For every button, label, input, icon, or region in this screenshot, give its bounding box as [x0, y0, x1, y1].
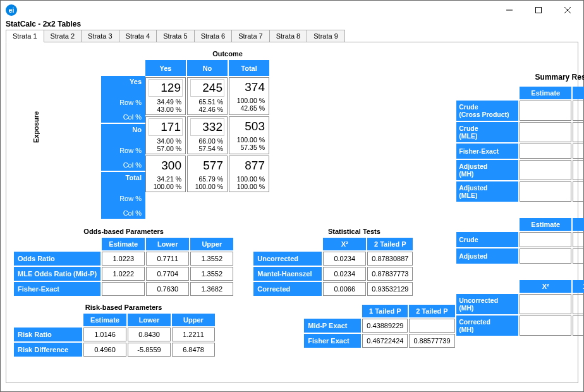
- summary-row-header: Crude (MLE): [456, 122, 518, 142]
- outcome-axis-label: Outcome: [145, 47, 310, 60]
- table-cell: 0.7711: [146, 252, 189, 266]
- outcome-cell[interactable]: 33266.00 %57.54 %: [187, 116, 228, 154]
- summary-block-label: Risk Ratio: [456, 218, 518, 231]
- summary-title: Summary Results: [455, 73, 584, 82]
- tab-strata-3[interactable]: Strata 3: [81, 30, 119, 42]
- maximize-button[interactable]: [524, 1, 553, 20]
- app-icon: ei: [6, 4, 17, 16]
- table-row-header: Mantel-Haenszel: [253, 267, 322, 281]
- tab-strata-8[interactable]: Strata 8: [269, 30, 308, 42]
- summary-cell: [520, 101, 571, 121]
- odds-params-table: EstimateLowerUpperOdds Ratio1.02230.7711…: [13, 236, 234, 297]
- table-cell: 0.93532129: [367, 282, 413, 296]
- table-cell: 0.0066: [323, 282, 366, 296]
- summary-cell: [573, 160, 584, 180]
- tab-strata-5[interactable]: Strata 5: [156, 30, 195, 42]
- summary-row-header: Corrected (MH): [456, 315, 518, 336]
- table-cell: 1.3552: [190, 267, 233, 281]
- count-total: 577: [190, 157, 224, 174]
- table-cell: 6.8478: [172, 343, 215, 357]
- table-cell: 1.0222: [102, 267, 145, 281]
- summary-cell: [573, 101, 584, 121]
- outcome-cell[interactable]: 12934.49 %43.00 %: [145, 77, 186, 115]
- table-row-header: Corrected: [253, 282, 322, 296]
- table-cell: 0.46722424: [362, 334, 408, 348]
- table-cell: 0.87830887: [367, 252, 413, 266]
- table-row-header: Odds Ratio: [14, 252, 100, 266]
- summary-cell: [520, 248, 571, 264]
- count-input[interactable]: 171: [149, 118, 183, 136]
- odds-params-title: Odds-based Parameters: [13, 228, 234, 235]
- svg-rect-1: [536, 8, 542, 13]
- summary-row-header: Uncorrected (MH): [456, 294, 518, 314]
- table-cell: 0.7704: [146, 267, 189, 281]
- stat-tests-table: X²2 Tailed PUncorrected0.02340.87830887M…: [252, 236, 414, 297]
- table-row-header: Fisher Exact: [304, 334, 361, 348]
- tab-strata-4[interactable]: Strata 4: [119, 30, 157, 42]
- table-row-header: Risk Difference: [14, 343, 82, 357]
- summary-row-header: Adjusted (MLE): [456, 181, 518, 202]
- count-input[interactable]: 129: [149, 79, 183, 97]
- table-cell: 1.2211: [172, 328, 215, 341]
- count-total: 503: [232, 118, 266, 135]
- summary-row-header: Crude: [456, 232, 518, 247]
- summary-cell: [520, 294, 571, 314]
- outcome-row-header: NoRow %Col %: [101, 124, 145, 171]
- summary-cell: [520, 181, 571, 202]
- summary-cell: [573, 248, 584, 264]
- outcome-row-header: TotalRow %Col %: [101, 172, 145, 219]
- count-total: 374: [232, 79, 266, 95]
- count-input[interactable]: 245: [190, 79, 224, 97]
- close-button[interactable]: [553, 1, 582, 20]
- tab-strata-1[interactable]: Strata 1: [6, 30, 44, 42]
- summary-row-header: Crude (Cross Product): [456, 101, 518, 121]
- outcome-cell[interactable]: 17134.00 %57.00 %: [145, 116, 186, 154]
- table-cell: [409, 319, 454, 333]
- tab-panel: Exposure Outcome YesRow %Col %NoRow %Col…: [6, 42, 578, 383]
- tab-strata-6[interactable]: Strata 6: [194, 30, 233, 42]
- table-cell: 1.0223: [102, 252, 145, 266]
- outcome-cell[interactable]: 24565.51 %42.46 %: [187, 77, 228, 115]
- table-row-header: Mid-P Exact: [304, 319, 361, 333]
- table-cell: -5.8559: [128, 343, 171, 357]
- tab-strata-9[interactable]: Strata 9: [307, 30, 345, 42]
- summary-table: Risk RatioEstimateLowerUpperCrudeAdjuste…: [455, 217, 584, 265]
- table-row-header: MLE Odds Ratio (Mid-P): [14, 267, 100, 281]
- outcome-col-header: Total: [229, 60, 269, 76]
- tab-strip: Strata 1Strata 2Strata 3Strata 4Strata 5…: [1, 30, 583, 42]
- summary-cell: [520, 122, 571, 142]
- summary-cell: [573, 294, 584, 314]
- table-cell: 0.8430: [128, 328, 171, 341]
- tab-strata-2[interactable]: Strata 2: [44, 30, 82, 42]
- minimize-button[interactable]: [495, 1, 524, 20]
- outcome-cell: 877100.00 %100.00 %: [229, 156, 269, 192]
- table-cell: 0.43889229: [362, 319, 408, 333]
- outcome-cell: 374100.00 %42.65 %: [229, 77, 269, 115]
- summary-cell: [573, 232, 584, 247]
- outcome-cell: 30034.21 %100.00 %: [145, 156, 186, 192]
- table-cell: 0.7630: [146, 282, 189, 296]
- table-cell: 1.3552: [190, 252, 233, 266]
- count-input[interactable]: 332: [190, 118, 224, 136]
- table-cell: 1.3682: [190, 282, 233, 296]
- page-title: StatCalc - 2x2 Tables: [1, 20, 583, 30]
- table-cell: 0.0234: [323, 252, 366, 266]
- table-row-header: Fisher-Exact: [14, 282, 100, 296]
- summary-row-header: Fisher-Exact: [456, 144, 518, 159]
- titlebar: ei: [1, 1, 583, 20]
- exposure-axis-label: Exposure: [32, 111, 40, 143]
- outcome-row-header: YesRow %Col %: [101, 76, 145, 123]
- tab-strata-7[interactable]: Strata 7: [231, 30, 270, 42]
- outcome-col-header: No: [187, 60, 228, 76]
- app-window: ei StatCalc - 2x2 Tables Strata 1Strata …: [0, 0, 584, 392]
- summary-cell: [573, 315, 584, 336]
- table-row-header: Risk Ratio: [14, 328, 82, 341]
- count-total: 300: [149, 157, 183, 174]
- table-cell: 0.87837773: [367, 267, 413, 281]
- table-cell: 0.0234: [323, 267, 366, 281]
- stat-tests-title: Statistical Tests: [252, 228, 456, 235]
- summary-cell: [520, 160, 571, 180]
- summary-table: Chi SquareX²1 Tailed P2 Tailed PUncorrec…: [455, 279, 584, 337]
- summary-cell: [520, 144, 571, 159]
- table-cell: 1.0146: [83, 328, 126, 341]
